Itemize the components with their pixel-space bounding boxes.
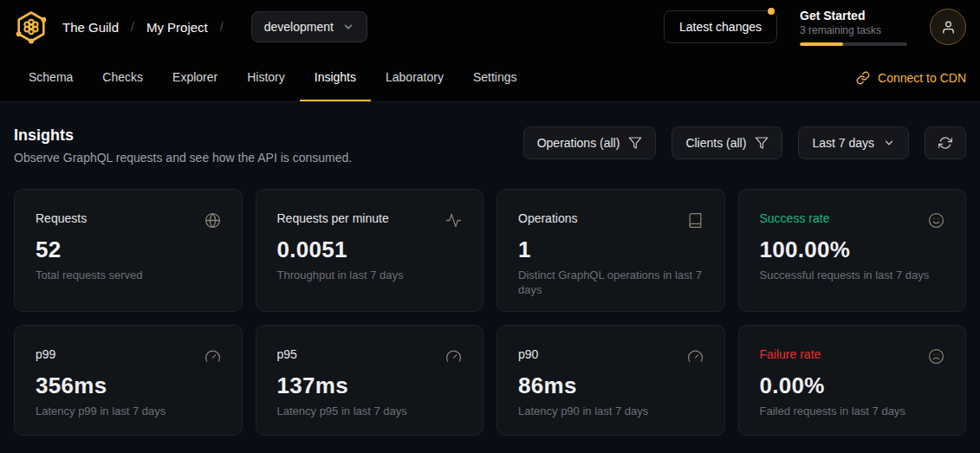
stat-card-value: 100.00% xyxy=(760,236,945,263)
page-subtitle: Observe GraphQL requests and see how the… xyxy=(14,151,352,165)
stat-card-value: 356ms xyxy=(36,372,221,399)
stat-card-title: Success rate xyxy=(760,211,830,225)
tab-insights[interactable]: Insights xyxy=(300,54,371,101)
chevron-down-icon xyxy=(342,21,354,33)
tab-explorer[interactable]: Explorer xyxy=(158,54,232,101)
date-range-value: Last 7 days xyxy=(812,136,874,150)
get-started-widget[interactable]: Get Started 3 remaining tasks xyxy=(800,9,907,46)
chevron-down-icon xyxy=(883,137,895,149)
stat-card-description: Failed requests in last 7 days xyxy=(760,404,945,419)
filters-toolbar: Operations (all) Clients (all) Last 7 da… xyxy=(523,126,966,159)
stat-card-title: Requests per minute xyxy=(277,211,389,225)
project-nav: Schema Checks Explorer History Insights … xyxy=(0,54,980,102)
operations-filter-button[interactable]: Operations (all) xyxy=(523,126,657,159)
tab-laboratory[interactable]: Laboratory xyxy=(371,54,458,101)
stat-card-requests: Requests 52 Total requests served xyxy=(14,189,243,312)
notification-dot xyxy=(768,8,775,15)
stat-card-description: Latency p99 in last 7 days xyxy=(36,404,221,419)
latest-changes-button[interactable]: Latest changes xyxy=(664,10,777,43)
stat-card-value: 1 xyxy=(518,236,704,263)
smile-icon xyxy=(928,212,944,229)
stat-card-description: Successful requests in last 7 days xyxy=(760,269,945,283)
frown-icon xyxy=(928,348,944,365)
tab-settings[interactable]: Settings xyxy=(458,54,532,101)
latest-changes-label: Latest changes xyxy=(679,20,762,34)
tab-schema[interactable]: Schema xyxy=(14,54,88,101)
stat-card-p90: p90 86ms Latency p90 in last 7 days xyxy=(496,325,725,436)
breadcrumb-project[interactable]: My Project xyxy=(146,20,208,35)
stat-card-title: Operations xyxy=(518,211,577,225)
operations-filter-label: Operations (all) xyxy=(537,136,620,150)
breadcrumb-separator: / xyxy=(131,20,134,34)
stat-card-value: 0.0051 xyxy=(277,236,463,263)
breadcrumb-separator: / xyxy=(220,20,224,34)
clients-filter-button[interactable]: Clients (all) xyxy=(672,126,782,159)
clients-filter-label: Clients (all) xyxy=(685,136,746,150)
stat-card-description: Throughput in last 7 days xyxy=(277,269,463,283)
breadcrumb-organization[interactable]: The Guild xyxy=(62,20,119,35)
insights-page: Insights Observe GraphQL requests and se… xyxy=(0,102,980,436)
get-started-title: Get Started xyxy=(800,9,907,23)
stat-card-title: p99 xyxy=(36,347,55,361)
get-started-progress-fill xyxy=(800,42,843,46)
book-icon xyxy=(687,212,704,229)
stat-card-title: p90 xyxy=(518,347,538,361)
stat-card-title: Requests xyxy=(36,211,87,225)
globe-icon xyxy=(204,212,221,229)
stat-card-title: Failure rate xyxy=(760,347,821,361)
gauge-icon xyxy=(204,348,221,365)
target-selector-dropdown[interactable]: development xyxy=(251,11,367,42)
connect-to-cdn-button[interactable]: Connect to CDN xyxy=(856,54,966,101)
stat-card-p95: p95 137ms Latency p95 in last 7 days xyxy=(256,325,484,436)
tab-checks[interactable]: Checks xyxy=(88,54,158,101)
connect-to-cdn-label: Connect to CDN xyxy=(878,71,966,85)
stat-card-value: 0.00% xyxy=(760,372,945,399)
filter-icon xyxy=(628,136,642,150)
stat-card-description: Latency p95 in last 7 days xyxy=(277,404,463,419)
filter-icon xyxy=(755,136,769,150)
get-started-remaining-tasks: 3 remaining tasks xyxy=(800,24,907,36)
refresh-button[interactable] xyxy=(925,126,966,159)
gauge-icon xyxy=(445,348,462,365)
stat-card-value: 86ms xyxy=(518,372,704,399)
tab-history[interactable]: History xyxy=(232,54,300,101)
get-started-progress-bar xyxy=(800,42,907,46)
stats-grid: Requests 52 Total requests served Reques… xyxy=(14,189,966,436)
link-icon xyxy=(856,71,870,85)
stat-card-success-rate: Success rate 100.00% Successful requests… xyxy=(738,189,967,312)
stat-card-description: Total requests served xyxy=(36,269,221,283)
page-title: Insights xyxy=(14,126,352,145)
user-icon xyxy=(941,20,956,35)
user-menu-button[interactable] xyxy=(930,9,966,45)
activity-icon xyxy=(445,212,462,229)
stat-card-value: 52 xyxy=(36,236,221,263)
stat-card-operations: Operations 1 Distinct GraphQL operations… xyxy=(496,189,725,312)
stat-card-p99: p99 356ms Latency p99 in last 7 days xyxy=(14,325,243,436)
refresh-icon xyxy=(938,136,952,150)
top-bar: The Guild / My Project / development Lat… xyxy=(0,0,980,54)
target-selector-value: development xyxy=(264,20,334,34)
date-range-dropdown[interactable]: Last 7 days xyxy=(798,126,909,159)
hive-logo-icon[interactable] xyxy=(14,10,49,44)
stat-card-description: Distinct GraphQL operations in last 7 da… xyxy=(518,269,704,298)
stat-card-value: 137ms xyxy=(277,372,463,399)
stat-card-failure-rate: Failure rate 0.00% Failed requests in la… xyxy=(738,325,967,436)
stat-card-title: p95 xyxy=(277,347,297,361)
stat-card-description: Latency p90 in last 7 days xyxy=(518,404,704,419)
stat-card-requests-per-minute: Requests per minute 0.0051 Throughput in… xyxy=(256,189,484,312)
gauge-icon xyxy=(687,348,704,365)
